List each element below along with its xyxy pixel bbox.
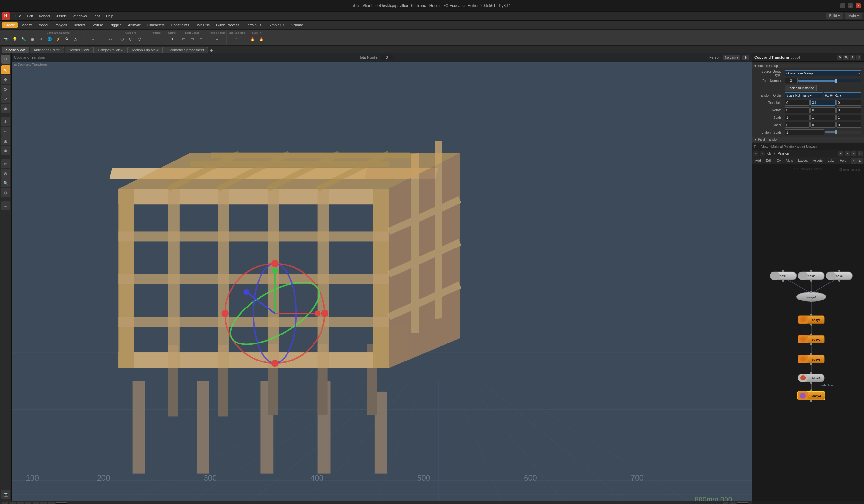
instant-light-icon[interactable]: ⚡ (54, 35, 62, 43)
paint-tool[interactable]: ✏ (1, 127, 10, 136)
tl-play-back[interactable]: ◄ (10, 502, 16, 504)
particle-icon1[interactable]: ⋯ (147, 35, 155, 43)
transform-order-value[interactable]: Scale Rot Trans ▾ (785, 93, 823, 98)
ng-path-obj[interactable]: obj (766, 152, 773, 155)
rotate-z[interactable]: 0 (836, 107, 862, 113)
ng-forward-btn[interactable]: → (760, 151, 765, 156)
tab-animation-editor[interactable]: Animation Editor (29, 47, 64, 53)
close-button[interactable]: ✕ (856, 3, 861, 8)
rb-icon3[interactable]: □ (197, 35, 205, 43)
tl-go-start[interactable]: |◄ (2, 502, 8, 504)
menu-render[interactable]: Render (36, 13, 53, 19)
tl-loop-btn[interactable]: ↺ (723, 502, 729, 504)
mode-create[interactable]: Create (2, 23, 18, 28)
cut-tool[interactable]: ✂ (1, 159, 10, 168)
add-tab-button[interactable]: + (210, 48, 213, 53)
total-number-input[interactable]: 3 (785, 78, 797, 84)
source-group-type-value[interactable]: Guess from Group ▾ (785, 70, 862, 76)
distant-light-icon[interactable]: → (97, 35, 106, 43)
props-search-icon[interactable]: 🔍 (843, 55, 849, 60)
ng-material-palette[interactable]: • Material Palette (769, 145, 794, 149)
ng-assets[interactable]: Assets (811, 159, 825, 163)
translate-y[interactable]: 3.6 (811, 100, 836, 106)
tab-motion-clip[interactable]: Motion Clip View (128, 47, 163, 53)
mode-model[interactable]: Model (36, 23, 50, 28)
point-light-icon[interactable]: 💡 (11, 35, 19, 43)
ng-asset-browser[interactable]: • Asset Browser (795, 145, 817, 149)
grains-icon[interactable]: ∷ (168, 35, 176, 43)
total-number-value[interactable]: 3 (381, 55, 394, 60)
maximize-button[interactable]: □ (848, 3, 853, 8)
camera-icon[interactable]: 📷 (2, 35, 10, 43)
handle-tool[interactable]: ⊕ (1, 104, 10, 113)
ng-add-btn[interactable]: + (860, 145, 862, 149)
ng-tool2-icon[interactable]: ⊞ (857, 158, 863, 164)
remove-tool[interactable]: ⊖ (1, 169, 10, 178)
menu-edit[interactable]: Edit (24, 13, 36, 19)
mode-animate[interactable]: Animate (125, 23, 144, 28)
zoom-out-tool[interactable]: ⊖ (1, 188, 10, 197)
vr-camera-icon[interactable]: 👓 (106, 35, 115, 43)
frame-start[interactable]: 1 (737, 502, 748, 504)
ng-help[interactable]: Help (838, 159, 849, 163)
tl-go-end[interactable]: ►| (48, 502, 55, 504)
select-tool[interactable]: ↖ (1, 65, 10, 74)
hemi-light-icon[interactable]: 🌐 (45, 35, 53, 43)
uniform-scale-slider[interactable] (825, 131, 862, 134)
pivot-transform-header[interactable]: ▼ Pivot Transform (752, 137, 864, 142)
ng-fit-btn[interactable]: □ (857, 151, 863, 156)
ng-edit[interactable]: Edit (764, 159, 773, 163)
props-expand-icon[interactable]: ↗ (856, 55, 862, 60)
spot-light-icon[interactable]: 🔦 (19, 35, 28, 43)
tl-settings-btn[interactable]: ⚙ (730, 502, 735, 504)
ng-view[interactable]: View (784, 159, 795, 163)
transform-tool[interactable]: ✥ (1, 75, 10, 84)
ng-zoom-out-btn[interactable]: − (851, 151, 856, 156)
ng-zoom-in-btn[interactable]: + (845, 151, 850, 156)
pack-instance-btn[interactable]: Pack and Instance (785, 85, 817, 91)
tab-render-view[interactable]: Render View (64, 47, 93, 53)
menu-file[interactable]: File (13, 13, 24, 19)
tl-play[interactable]: ► (33, 502, 39, 504)
mode-texture[interactable]: Texture (89, 23, 106, 28)
shear-y[interactable]: 0 (811, 122, 836, 128)
menu-windows[interactable]: Windows (70, 13, 89, 19)
snap-tool[interactable]: ⊕ (1, 146, 10, 155)
mode-guide-process[interactable]: Guide Process (214, 23, 242, 28)
mode-terrain-fx[interactable]: Terrain FX (243, 23, 265, 28)
sky-light-icon[interactable]: 🌤 (63, 35, 71, 43)
light-icon[interactable]: ☀ (37, 35, 45, 43)
node-blast1[interactable]: blast1 (798, 372, 825, 384)
node-copy4[interactable]: copy4 (797, 390, 825, 402)
node-box3[interactable]: box3 (826, 270, 852, 282)
current-frame-display[interactable]: 1 (56, 502, 68, 504)
mode-deform[interactable]: Deform (71, 23, 88, 28)
ambient-light-icon[interactable]: ○ (89, 35, 97, 43)
ng-select-icon[interactable]: ↖ (851, 158, 856, 164)
mode-volume[interactable]: Volume (289, 23, 306, 28)
pf-icon[interactable]: ≈ (213, 35, 221, 43)
viewport-no-cam-btn[interactable]: No cam ▾ (723, 55, 740, 60)
shear-z[interactable]: 0 (836, 122, 862, 128)
shear-x[interactable]: 0 (785, 122, 810, 128)
tab-scene-view[interactable]: Scene View (2, 47, 29, 53)
settings-tool[interactable]: ≡ (1, 201, 10, 210)
tab-composite-view[interactable]: Composite View (94, 47, 127, 53)
mode-simple-fx[interactable]: Simple FX (266, 23, 287, 28)
grid-tool[interactable]: ⊞ (1, 136, 10, 145)
collision-icon1[interactable]: ⬡ (118, 35, 126, 43)
ng-path-pavilion[interactable]: Pavilion (776, 152, 790, 155)
translate-z[interactable]: 0 (836, 100, 862, 106)
uniform-scale-value[interactable]: 1 (785, 130, 825, 135)
ng-add-node[interactable]: Add (753, 159, 763, 163)
ng-layout[interactable]: Layout (796, 159, 810, 163)
caustic-light-icon[interactable]: ✦ (80, 35, 88, 43)
particle-icon2[interactable]: ⋯ (156, 35, 164, 43)
tl-step-back[interactable]: ◄| (17, 502, 24, 504)
mode-constraints[interactable]: Constraints (169, 23, 192, 28)
node-box1[interactable]: box1 (770, 270, 796, 282)
ng-labs[interactable]: Labs (826, 159, 837, 163)
pyro-icon1[interactable]: 🔥 (249, 35, 257, 43)
mode-hair-utils[interactable]: Hair Utils (193, 23, 212, 28)
scale-x[interactable]: 1 (785, 114, 810, 120)
